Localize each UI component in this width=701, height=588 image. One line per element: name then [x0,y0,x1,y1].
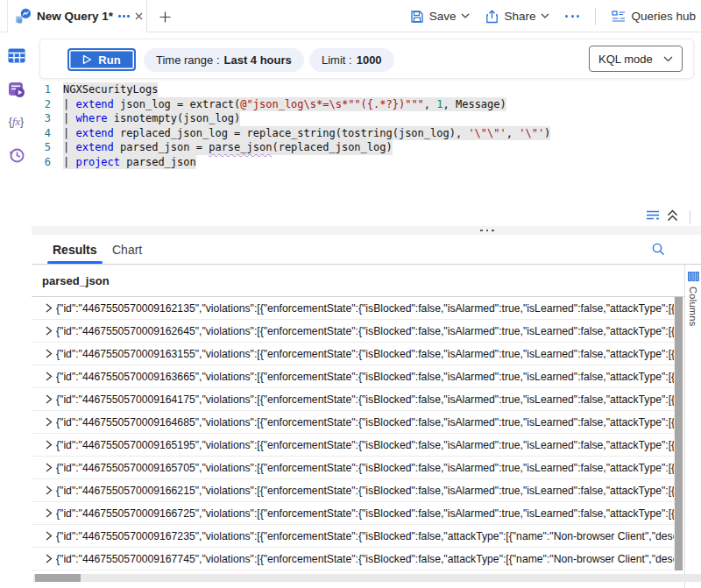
top-actions: Save Share Queries hub [410,0,696,32]
search-button[interactable] [651,242,666,260]
tab-chart[interactable]: Chart [112,235,142,264]
chevron-down-icon [663,56,673,62]
chevron-down-icon [541,13,549,19]
result-row[interactable]: {"id":"4467550570009167745","violations"… [32,548,674,570]
code-text: | extend json_log = extract(@"json_log\s… [63,97,506,112]
word-wrap-icon[interactable] [647,210,660,222]
save-button[interactable]: Save [410,10,471,24]
code-line[interactable]: 4| extend replaced_json_log = replace_st… [32,126,701,141]
line-number: 4 [32,126,63,141]
row-json-value: {"id":"4467550570009167745","violations"… [56,553,674,565]
results-panel: Results Chart parsed_json {"id":"4467550… [32,235,701,588]
row-expand-chevron-icon[interactable] [32,326,56,336]
horizontal-scrollbar-thumb[interactable] [35,574,81,582]
row-json-value: {"id":"4467550570009164685","violations"… [56,416,674,429]
row-expand-chevron-icon[interactable] [32,463,56,472]
code-text: | extend replaced_json_log = replace_str… [63,126,550,141]
code-line[interactable]: 3| where isnotempty(json_log) [32,111,701,126]
tab-bar: New Query 1* Save Share Q [0,0,701,32]
query-editor[interactable]: 1NGXSecurityLogs2| extend json_log = ext… [32,82,701,210]
collapse-panel-icon[interactable] [667,209,678,222]
panel-splitter[interactable] [32,226,701,235]
row-json-value: {"id":"4467550570009166215","violations"… [56,485,674,497]
result-row[interactable]: {"id":"4467550570009166215","violations"… [32,479,674,502]
code-line[interactable]: 6| project parsed_json [32,155,701,170]
result-row[interactable]: {"id":"4467550570009162135","violations"… [32,297,674,320]
tab-results[interactable]: Results [53,235,97,264]
functions-icon[interactable]: {fx} [7,113,25,131]
code-text: NGXSecurityLogs [63,82,158,97]
line-number: 5 [32,140,63,155]
more-options-icon[interactable] [565,15,579,18]
row-json-value: {"id":"4467550570009164175","violations"… [56,393,674,406]
row-expand-chevron-icon[interactable] [32,417,56,427]
play-icon [82,54,92,65]
kql-mode-select[interactable]: KQL mode [589,46,683,72]
queries-hub-icon [612,11,626,23]
run-button[interactable]: Run [67,48,136,71]
vertical-scrollbar-thumb[interactable] [675,297,683,570]
row-expand-chevron-icon[interactable] [32,554,56,563]
tab-close-icon[interactable] [135,10,143,24]
limit-pill[interactable]: Limit : 1000 [309,48,394,72]
query-tab[interactable]: New Query 1* [7,0,147,32]
splitter-grip-icon[interactable] [480,230,494,232]
new-tab-button[interactable] [156,8,173,25]
result-row[interactable]: {"id":"4467550570009163155","violations"… [32,343,674,365]
horizontal-scrollbar[interactable] [33,574,701,582]
save-icon [410,10,424,24]
code-text: | extend parsed_json = parse_json(replac… [63,140,393,155]
tab-title: New Query 1* [37,10,113,23]
column-header-parsed-json[interactable]: parsed_json [42,274,110,287]
result-row[interactable]: {"id":"4467550570009165705","violations"… [32,457,674,479]
results-body: {"id":"4467550570009162135","violations"… [32,297,674,570]
result-row[interactable]: {"id":"4467550570009164685","violations"… [32,411,674,434]
code-line[interactable]: 2| extend json_log = extract(@"json_log\… [32,97,701,112]
result-row[interactable]: {"id":"4467550570009167235","violations"… [32,525,674,548]
result-row[interactable]: {"id":"4467550570009165195","violations"… [32,434,674,457]
saved-scripts-icon[interactable] [7,80,25,98]
row-json-value: {"id":"4467550570009162645","violations"… [56,325,674,337]
result-row[interactable]: {"id":"4467550570009166725","violations"… [32,502,674,525]
editor-scrollbar[interactable] [690,210,690,223]
column-header-row[interactable]: parsed_json [32,265,684,297]
line-number: 2 [32,97,63,112]
tab-more-options-icon[interactable] [118,15,130,18]
columns-side-panel[interactable]: Columns [684,265,701,588]
row-expand-chevron-icon[interactable] [32,349,56,358]
columns-icon [688,272,699,281]
time-range-pill[interactable]: Time range : Last 4 hours [144,48,304,72]
row-expand-chevron-icon[interactable] [32,531,56,541]
left-sidebar: {fx} [0,32,32,588]
row-expand-chevron-icon[interactable] [32,303,56,313]
code-line[interactable]: 5| extend parsed_json = parse_json(repla… [32,140,701,155]
row-json-value: {"id":"4467550570009163665","violations"… [56,371,674,383]
code-text: | project parsed_json [63,155,196,170]
row-json-value: {"id":"4467550570009166725","violations"… [56,507,674,520]
row-expand-chevron-icon[interactable] [32,440,56,450]
query-toolbar: Run Time range : Last 4 hours Limit : 10… [39,39,694,79]
row-json-value: {"id":"4467550570009165705","violations"… [56,462,674,474]
code-text: | where isnotempty(json_log) [63,111,240,126]
chevron-down-icon [461,13,470,19]
code-line[interactable]: 1NGXSecurityLogs [32,82,701,97]
result-row[interactable]: {"id":"4467550570009164175","violations"… [32,388,674,411]
share-button[interactable]: Share [485,10,549,24]
columns-panel-label: Columns [688,287,698,327]
search-icon [651,242,666,257]
vertical-scrollbar[interactable] [674,297,683,570]
row-expand-chevron-icon[interactable] [32,372,56,381]
row-expand-chevron-icon[interactable] [32,508,56,518]
row-expand-chevron-icon[interactable] [32,485,56,495]
row-expand-chevron-icon[interactable] [32,394,56,404]
row-json-value: {"id":"4467550570009165195","violations"… [56,439,674,451]
queryset-icon [15,8,32,25]
result-row[interactable]: {"id":"4467550570009163665","violations"… [32,365,674,388]
share-icon [485,10,499,24]
table-explorer-icon[interactable] [7,46,25,65]
line-number: 6 [32,155,63,170]
query-history-icon[interactable] [7,145,25,164]
result-row[interactable]: {"id":"4467550570009162645","violations"… [32,320,674,343]
divider [595,8,596,25]
queries-hub-button[interactable]: Queries hub [612,10,696,23]
